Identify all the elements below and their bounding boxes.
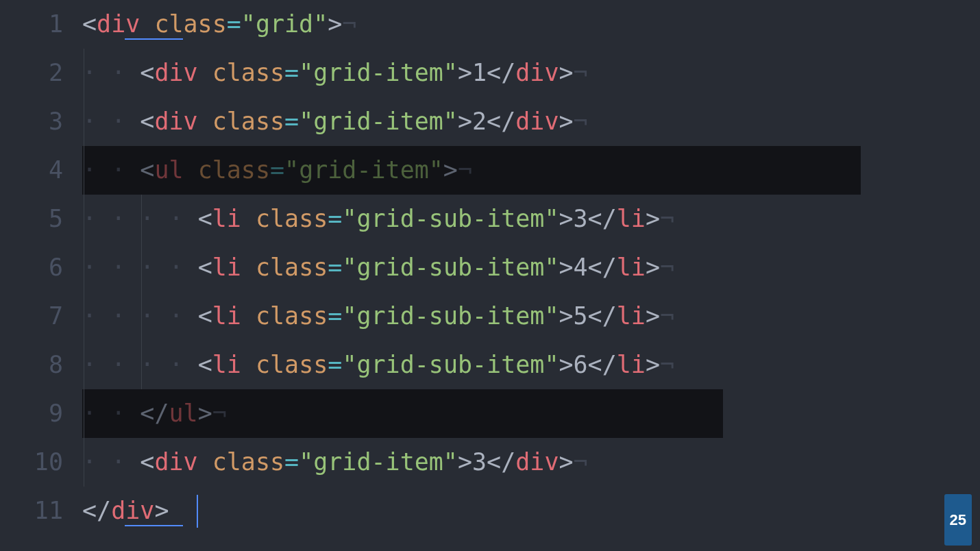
token-punct: < [82, 10, 97, 38]
token-eol: ¬ [574, 448, 588, 476]
token-str: "grid-sub-item" [342, 351, 559, 378]
line-number: 8 [0, 341, 63, 389]
token-punct: </ [588, 254, 617, 281]
token-text [241, 302, 256, 330]
token-punct: </ [588, 302, 617, 330]
code-line[interactable]: · · · · <li class="grid-sub-item">3</li>… [82, 195, 980, 243]
token-punct: </ [487, 448, 515, 476]
token-tag: li [617, 254, 646, 281]
whitespace-dot: · [82, 205, 97, 232]
token-str: "grid-sub-item" [342, 254, 559, 281]
token-op: = [227, 10, 241, 38]
token-punct: > [458, 59, 472, 86]
whitespace-dot: · [140, 302, 154, 330]
whitespace-dot: · [169, 302, 183, 330]
token-text: 2 [472, 108, 487, 135]
whitespace-dot: · [82, 254, 97, 281]
token-tag: div [154, 59, 197, 86]
token-text [198, 108, 212, 135]
token-punct: </ [487, 108, 515, 135]
token-tag: div [154, 108, 197, 135]
token-text: 6 [574, 351, 588, 378]
whitespace-dot: · [82, 351, 97, 378]
code-editor[interactable]: 1234567891011 <div class="grid">¬· · <di… [0, 0, 980, 551]
code-line[interactable]: · · · · <li class="grid-sub-item">4</li>… [82, 243, 980, 292]
line-number-gutter: 1234567891011 [0, 0, 82, 551]
code-line[interactable]: · · <ul class="grid-item">¬ [82, 146, 980, 195]
token-punct: > [559, 108, 573, 135]
whitespace-dot: · [82, 59, 97, 86]
code-line[interactable]: · · · · <li class="grid-sub-item">6</li>… [82, 341, 980, 389]
token-punct: > [443, 156, 458, 184]
line-number: 5 [0, 195, 63, 243]
whitespace-dot: · [169, 351, 183, 378]
token-str: "grid-item" [299, 448, 458, 476]
token-tag: li [212, 351, 241, 378]
code-line[interactable]: </div> [82, 487, 980, 535]
token-op: = [270, 156, 284, 184]
token-punct: > [198, 400, 212, 427]
code-line[interactable]: · · </ul>¬ [82, 389, 980, 438]
whitespace-dot: · [82, 108, 97, 135]
token-op: = [328, 254, 342, 281]
token-text: 5 [574, 302, 588, 330]
token-attr: class [154, 10, 226, 38]
whitespace-dot: · [111, 108, 125, 135]
token-attr: class [256, 205, 328, 232]
token-punct: </ [140, 400, 169, 427]
token-punct: </ [588, 351, 617, 378]
token-punct: </ [82, 497, 111, 524]
token-punct: < [198, 254, 212, 281]
line-number: 2 [0, 49, 63, 97]
code-area[interactable]: <div class="grid">¬· · <div class="grid-… [82, 0, 980, 551]
token-eol: ¬ [660, 205, 674, 232]
token-str: "grid-sub-item" [342, 205, 559, 232]
token-text [241, 254, 256, 281]
token-tag: div [515, 448, 559, 476]
token-text: 3 [472, 448, 487, 476]
token-punct: > [328, 10, 342, 38]
token-punct: < [140, 59, 154, 86]
tag-underline [125, 38, 183, 40]
token-punct: > [559, 205, 573, 232]
token-tag: div [97, 10, 140, 38]
token-punct: > [646, 205, 660, 232]
line-number: 6 [0, 243, 63, 292]
code-line[interactable]: · · <div class="grid-item">1</div>¬ [82, 49, 980, 97]
token-eol: ¬ [342, 10, 356, 38]
whitespace-dot: · [140, 254, 154, 281]
token-punct: < [198, 302, 212, 330]
token-attr: class [198, 156, 270, 184]
token-punct: < [198, 351, 212, 378]
line-number: 1 [0, 0, 63, 49]
code-line[interactable]: · · <div class="grid-item">3</div>¬ [82, 438, 980, 487]
token-tag: li [617, 302, 646, 330]
token-punct: > [154, 497, 169, 524]
code-line[interactable]: · · <div class="grid-item">2</div>¬ [82, 97, 980, 146]
line-number: 7 [0, 292, 63, 341]
whitespace-dot: · [111, 302, 125, 330]
token-attr: class [212, 448, 284, 476]
token-eol: ¬ [458, 156, 472, 184]
code-line[interactable]: <div class="grid">¬ [82, 0, 980, 49]
token-str: "grid" [241, 10, 328, 38]
whitespace-dot: · [111, 254, 125, 281]
token-tag: div [515, 59, 559, 86]
whitespace-dot: · [111, 205, 125, 232]
token-punct: < [140, 156, 154, 184]
whitespace-dot: · [111, 59, 125, 86]
token-text [198, 59, 212, 86]
token-str: "grid-sub-item" [342, 302, 559, 330]
token-op: = [328, 351, 342, 378]
token-punct: < [140, 108, 154, 135]
line-number: 11 [0, 487, 63, 535]
token-op: = [328, 205, 342, 232]
token-text [140, 10, 154, 38]
token-punct: < [140, 448, 154, 476]
token-tag: li [617, 205, 646, 232]
token-attr: class [256, 254, 328, 281]
whitespace-dot: · [169, 205, 183, 232]
code-line[interactable]: · · · · <li class="grid-sub-item">5</li>… [82, 292, 980, 341]
token-tag: ul [154, 156, 183, 184]
token-tag: li [212, 302, 241, 330]
